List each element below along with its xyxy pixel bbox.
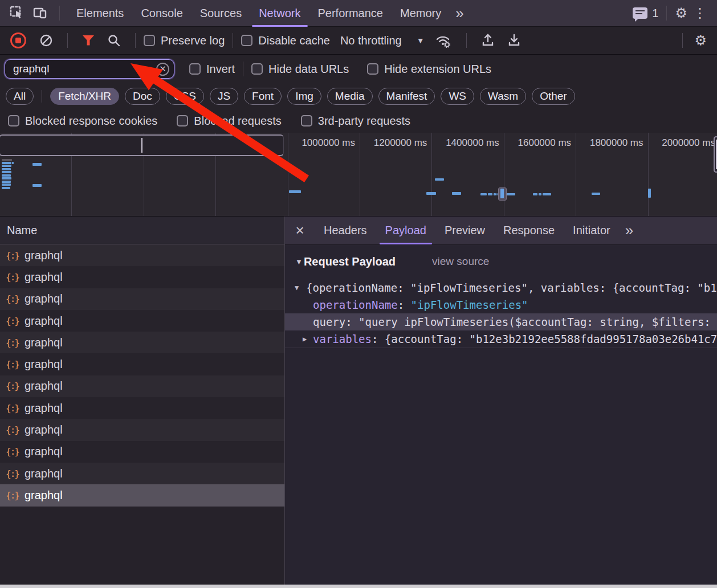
- payload-line[interactable]: query: "query ipFlowTimeseries($accountT…: [285, 313, 717, 330]
- close-details-icon[interactable]: ×: [285, 222, 315, 239]
- filter-input[interactable]: [12, 62, 156, 76]
- divider: [59, 6, 60, 21]
- network-overview-timeline[interactable]: 200000 ms400000 ms600000 ms800000 ms1000…: [0, 133, 717, 217]
- timeline-bar: [494, 193, 496, 195]
- overview-left-grip[interactable]: [0, 134, 284, 156]
- blocked-requests-checkbox[interactable]: [177, 115, 188, 126]
- collapsed-triangle-icon[interactable]: ▶: [303, 330, 307, 348]
- tab-network[interactable]: Network: [250, 0, 309, 27]
- network-settings-gear-icon[interactable]: ⚙: [694, 34, 707, 47]
- timeline-bar: [480, 193, 487, 195]
- name-column-header[interactable]: Name: [0, 217, 284, 244]
- timeline-bar: [2, 168, 11, 170]
- filter-chip-media[interactable]: Media: [327, 88, 373, 105]
- extra-filter-blocked-response-cookies: Blocked response cookies: [8, 115, 157, 128]
- fetch-json-icon: {:}: [6, 490, 19, 501]
- filter-chip-other[interactable]: Other: [532, 88, 575, 105]
- 3rd-party-requests-label: 3rd-party requests: [318, 115, 410, 128]
- devtools-window: { "tab_bar": { "tabs": ["Elements", "Con…: [0, 0, 717, 588]
- filter-chip-fetch-xhr[interactable]: Fetch/XHR: [50, 88, 119, 105]
- requests-panel: Name {:}graphql{:}graphql{:}graphql{:}gr…: [0, 217, 285, 585]
- tab-performance[interactable]: Performance: [309, 0, 392, 27]
- request-row[interactable]: {:}graphql: [0, 310, 284, 332]
- inspect-element-icon[interactable]: [6, 2, 28, 24]
- request-row[interactable]: {:}graphql: [0, 353, 284, 375]
- request-row[interactable]: {:}graphql: [0, 266, 284, 288]
- detail-tab-payload[interactable]: Payload: [376, 217, 435, 244]
- tab-console[interactable]: Console: [132, 0, 191, 27]
- tab-elements[interactable]: Elements: [68, 0, 132, 27]
- request-row[interactable]: {:}graphql: [0, 244, 284, 266]
- request-row[interactable]: {:}graphql: [0, 484, 284, 506]
- preserve-log-checkbox[interactable]: [144, 35, 155, 46]
- collapse-triangle-icon[interactable]: ▼: [295, 258, 303, 266]
- payload-line[interactable]: operationName: "ipFlowTimeseries": [285, 296, 717, 313]
- blocked-response-cookies-label: Blocked response cookies: [25, 115, 157, 128]
- overview-right-grip[interactable]: [714, 136, 717, 173]
- device-toolbar-icon[interactable]: [28, 2, 51, 24]
- filter-chip-js[interactable]: JS: [210, 88, 238, 105]
- search-icon[interactable]: [107, 34, 121, 47]
- import-har-icon[interactable]: [481, 33, 495, 48]
- filter-chip-manifest[interactable]: Manifest: [378, 88, 435, 105]
- detail-tab-initiator[interactable]: Initiator: [564, 217, 620, 244]
- filter-chip-font[interactable]: Font: [244, 88, 282, 105]
- timeline-bar: [533, 193, 537, 195]
- clear-network-log-icon[interactable]: [39, 34, 53, 47]
- request-row[interactable]: {:}graphql: [0, 419, 284, 440]
- record-network-log-button[interactable]: [10, 32, 26, 48]
- fetch-json-icon: {:}: [6, 424, 19, 435]
- detail-tab-preview[interactable]: Preview: [435, 217, 494, 244]
- divider: [42, 90, 42, 103]
- disable-cache-checkbox[interactable]: [241, 35, 252, 46]
- filter-chip-doc[interactable]: Doc: [125, 88, 160, 105]
- payload-segment: {operationName: "ipFlowTimeseries", vari…: [306, 281, 717, 294]
- request-row[interactable]: {:}graphql: [0, 441, 284, 463]
- tab-memory[interactable]: Memory: [392, 0, 450, 27]
- request-payload-header: ▼ Request Payload view source: [285, 248, 717, 275]
- request-row[interactable]: {:}graphql: [0, 463, 284, 484]
- issues-counter[interactable]: 1: [633, 7, 658, 20]
- timeline-bar: [2, 171, 11, 173]
- network-conditions-icon[interactable]: [435, 33, 452, 48]
- filter-funnel-icon[interactable]: [82, 35, 95, 46]
- throttling-select[interactable]: No throttling ▼: [340, 34, 425, 47]
- more-panels-icon[interactable]: »: [450, 5, 468, 22]
- tab-sources[interactable]: Sources: [192, 0, 250, 27]
- request-row[interactable]: {:}graphql: [0, 332, 284, 353]
- payload-line[interactable]: ▶variables: {accountTag: "b12e3b2192ee55…: [285, 330, 717, 348]
- payload-line[interactable]: ▼{operationName: "ipFlowTimeseries", var…: [285, 279, 717, 296]
- invert-checkbox[interactable]: [189, 63, 201, 75]
- divider: [682, 33, 683, 48]
- detail-tab-response[interactable]: Response: [494, 217, 564, 244]
- network-toolbar: Preserve log Disable cache No throttling…: [0, 27, 717, 55]
- settings-gear-icon[interactable]: ⚙: [675, 6, 687, 20]
- more-detail-tabs-icon[interactable]: »: [620, 222, 638, 239]
- view-source-link[interactable]: view source: [432, 255, 489, 268]
- filter-chip-css[interactable]: CSS: [166, 88, 204, 105]
- request-row[interactable]: {:}graphql: [0, 288, 284, 310]
- request-row[interactable]: {:}graphql: [0, 397, 284, 419]
- timeline-bar: [435, 178, 444, 181]
- hide-data-urls-checkbox[interactable]: [251, 63, 263, 75]
- filter-chip-wasm[interactable]: Wasm: [480, 88, 526, 105]
- expanded-triangle-icon[interactable]: ▼: [295, 279, 299, 296]
- 3rd-party-requests-checkbox[interactable]: [301, 115, 312, 126]
- export-har-icon[interactable]: [507, 33, 521, 48]
- name-column-label: Name: [7, 224, 37, 237]
- filter-chip-ws[interactable]: WS: [441, 88, 474, 105]
- hide-extension-urls-checkbox[interactable]: [367, 63, 378, 75]
- timeline-bar: [2, 181, 11, 183]
- payload-segment: :: [345, 316, 358, 328]
- extra-filter-blocked-requests: Blocked requests: [177, 115, 281, 128]
- detail-tab-headers[interactable]: Headers: [315, 217, 376, 244]
- blocked-response-cookies-checkbox[interactable]: [8, 115, 19, 126]
- request-row[interactable]: {:}graphql: [0, 375, 284, 397]
- filter-chip-img[interactable]: Img: [287, 88, 321, 105]
- timeline-bar: [507, 193, 515, 195]
- timeline-bar: [488, 193, 492, 195]
- filter-chip-all[interactable]: All: [6, 88, 34, 105]
- network-filter-row: ✕ Invert Hide data URLs Hide extension U…: [0, 55, 717, 83]
- kebab-menu-icon[interactable]: ⋮: [687, 5, 712, 21]
- clear-filter-icon[interactable]: ✕: [156, 63, 169, 76]
